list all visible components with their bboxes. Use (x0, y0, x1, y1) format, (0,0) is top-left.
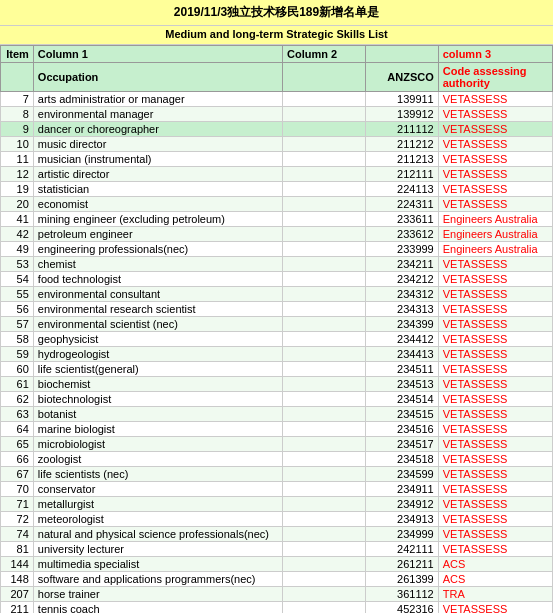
cell-assess: VETASSESS (438, 377, 552, 392)
table-row: 60life scientist(general)234511VETASSESS (1, 362, 553, 377)
cell-anzsco: 233999 (366, 242, 439, 257)
cell-col2 (283, 167, 366, 182)
cell-occupation: conservator (33, 482, 282, 497)
table-row: 59hydrogeologist234413VETASSESS (1, 347, 553, 362)
header-anzsco (366, 46, 439, 63)
cell-col2 (283, 557, 366, 572)
cell-item: 72 (1, 512, 34, 527)
cell-occupation: software and applications programmers(ne… (33, 572, 282, 587)
table-row: 57environmental scientist (nec)234399VET… (1, 317, 553, 332)
cell-occupation: university lecturer (33, 542, 282, 557)
table-row: 49engineering professionals(nec)233999En… (1, 242, 553, 257)
cell-assess: VETASSESS (438, 302, 552, 317)
cell-assess: VETASSESS (438, 122, 552, 137)
cell-col2 (283, 527, 366, 542)
cell-assess: VETASSESS (438, 542, 552, 557)
cell-item: 8 (1, 107, 34, 122)
cell-item: 11 (1, 152, 34, 167)
page-subtitle: Medium and long-term Strategic Skills Li… (0, 26, 553, 45)
header-col3: column 3 (438, 46, 552, 63)
header-assess: Code assessing authority (438, 63, 552, 92)
cell-col2 (283, 572, 366, 587)
cell-item: 63 (1, 407, 34, 422)
cell-anzsco: 233612 (366, 227, 439, 242)
cell-assess: VETASSESS (438, 92, 552, 107)
cell-assess: VETASSESS (438, 257, 552, 272)
cell-anzsco: 234515 (366, 407, 439, 422)
cell-col2 (283, 587, 366, 602)
cell-assess: Engineers Australia (438, 227, 552, 242)
cell-item: 59 (1, 347, 34, 362)
cell-anzsco: 234413 (366, 347, 439, 362)
cell-occupation: marine biologist (33, 422, 282, 437)
cell-col2 (283, 332, 366, 347)
cell-item: 55 (1, 287, 34, 302)
cell-col2 (283, 422, 366, 437)
cell-occupation: tennis coach (33, 602, 282, 614)
cell-col2 (283, 317, 366, 332)
cell-assess: Engineers Australia (438, 212, 552, 227)
table-row: 56environmental research scientist234313… (1, 302, 553, 317)
cell-item: 207 (1, 587, 34, 602)
cell-item: 9 (1, 122, 34, 137)
cell-occupation: biochemist (33, 377, 282, 392)
cell-occupation: life scientist(general) (33, 362, 282, 377)
cell-anzsco: 139912 (366, 107, 439, 122)
cell-assess: VETASSESS (438, 182, 552, 197)
table-row: 71metallurgist234912VETASSESS (1, 497, 553, 512)
cell-assess: VETASSESS (438, 602, 552, 614)
table-row: 207horse trainer361112TRA (1, 587, 553, 602)
cell-occupation: engineering professionals(nec) (33, 242, 282, 257)
cell-assess: VETASSESS (438, 167, 552, 182)
cell-anzsco: 234312 (366, 287, 439, 302)
cell-item: 7 (1, 92, 34, 107)
cell-occupation: arts administratior or manager (33, 92, 282, 107)
cell-anzsco: 211213 (366, 152, 439, 167)
cell-item: 65 (1, 437, 34, 452)
cell-assess: VETASSESS (438, 107, 552, 122)
cell-anzsco: 234514 (366, 392, 439, 407)
cell-col2 (283, 482, 366, 497)
cell-occupation: zoologist (33, 452, 282, 467)
cell-occupation: musician (instrumental) (33, 152, 282, 167)
cell-item: 62 (1, 392, 34, 407)
cell-assess: Engineers Australia (438, 242, 552, 257)
cell-assess: VETASSESS (438, 137, 552, 152)
cell-assess: ACS (438, 572, 552, 587)
cell-col2 (283, 437, 366, 452)
cell-occupation: botanist (33, 407, 282, 422)
cell-assess: VETASSESS (438, 407, 552, 422)
table-row: 7arts administratior or manager139911VET… (1, 92, 553, 107)
table-row: 19statistician224113VETASSESS (1, 182, 553, 197)
cell-item: 144 (1, 557, 34, 572)
cell-anzsco: 234211 (366, 257, 439, 272)
cell-item: 42 (1, 227, 34, 242)
cell-item: 53 (1, 257, 34, 272)
cell-col2 (283, 512, 366, 527)
table-row: 11musician (instrumental)211213VETASSESS (1, 152, 553, 167)
cell-assess: VETASSESS (438, 317, 552, 332)
table-row: 62biotechnologist234514VETASSESS (1, 392, 553, 407)
table-row: 55environmental consultant234312VETASSES… (1, 287, 553, 302)
cell-anzsco: 224311 (366, 197, 439, 212)
cell-anzsco: 234412 (366, 332, 439, 347)
cell-item: 60 (1, 362, 34, 377)
cell-col2 (283, 377, 366, 392)
table-row: 12artistic director212111VETASSESS (1, 167, 553, 182)
cell-anzsco: 452316 (366, 602, 439, 614)
cell-assess: VETASSESS (438, 152, 552, 167)
cell-assess: VETASSESS (438, 347, 552, 362)
cell-item: 71 (1, 497, 34, 512)
header-item2 (1, 63, 34, 92)
cell-anzsco: 234518 (366, 452, 439, 467)
cell-occupation: artistic director (33, 167, 282, 182)
table-row: 144multimedia specialist261211ACS (1, 557, 553, 572)
cell-item: 58 (1, 332, 34, 347)
table-row: 64marine biologist234516VETASSESS (1, 422, 553, 437)
cell-occupation: geophysicist (33, 332, 282, 347)
table-row: 81university lecturer242111VETASSESS (1, 542, 553, 557)
cell-anzsco: 234911 (366, 482, 439, 497)
cell-item: 61 (1, 377, 34, 392)
cell-assess: VETASSESS (438, 452, 552, 467)
cell-item: 20 (1, 197, 34, 212)
